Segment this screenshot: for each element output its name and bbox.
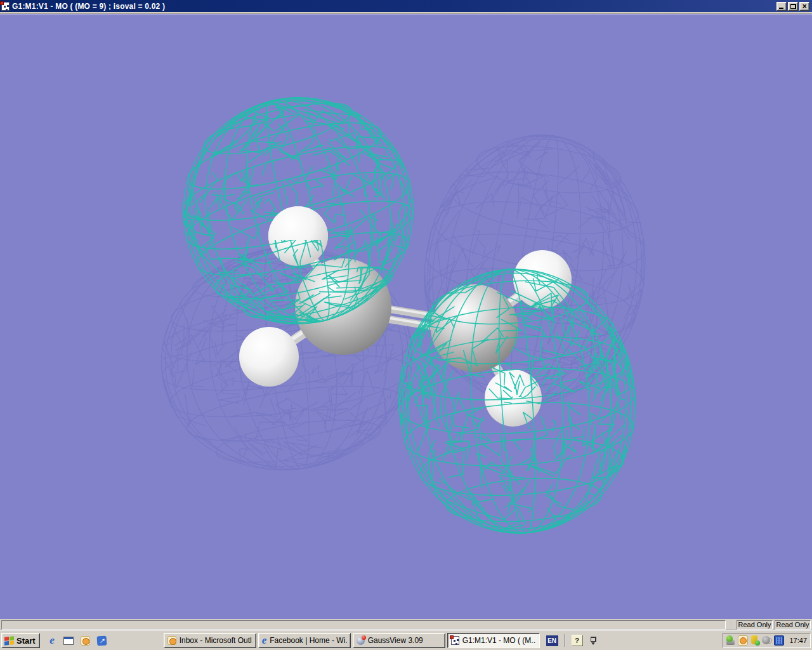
outlook-reminder-icon[interactable]: [738, 635, 748, 646]
molecule-viewport[interactable]: [0, 14, 812, 619]
read-only-indicator-1: Read Only: [737, 620, 773, 630]
taskbar-button-gaussview[interactable]: GaussView 3.09: [353, 633, 445, 648]
atom-sphere-H[interactable]: [513, 250, 572, 308]
security-shield-icon[interactable]: [750, 635, 760, 646]
start-label: Start: [16, 636, 36, 646]
show-desktop-icon: [63, 637, 74, 645]
statusbar: Read Only Read Only: [0, 619, 812, 630]
taskbar-button-mo-window-active[interactable]: G1:M1:V1 - MO ( (M...: [447, 633, 540, 648]
close-icon: ×: [802, 3, 806, 10]
task-button-label: GaussView 3.09: [368, 636, 423, 645]
window-titlebar[interactable]: G1:M1:V1 - MO ( (MO = 9) ; isoval = 0.02…: [0, 0, 812, 12]
quick-launch-media[interactable]: ↗: [96, 635, 108, 647]
chevron-down-icon: [591, 642, 595, 645]
internet-explorer-icon: e: [49, 635, 55, 646]
quick-launch-show-desktop[interactable]: [63, 635, 75, 647]
taskbar-button-outlook-inbox[interactable]: Inbox - Microsoft Outl...: [164, 633, 256, 648]
read-only-indicator-2: Read Only: [775, 620, 811, 630]
gaussview-icon: [357, 637, 365, 645]
quick-launch-outlook[interactable]: [79, 635, 91, 647]
minimize-button[interactable]: [776, 2, 787, 11]
restore-button[interactable]: [788, 2, 798, 11]
atom-sphere-H[interactable]: [239, 327, 299, 387]
internet-explorer-icon: e: [262, 635, 267, 646]
restore-icon: [790, 4, 796, 9]
language-indicator[interactable]: EN: [546, 635, 558, 646]
close-button[interactable]: ×: [799, 2, 809, 11]
media-player-icon: ↗: [96, 635, 107, 646]
status-separator: [731, 620, 732, 630]
quick-launch-bar: e ↗: [46, 635, 108, 647]
minimize-icon: [779, 8, 783, 9]
network-display-icon[interactable]: [774, 635, 784, 646]
status-message-panel: [1, 620, 726, 630]
task-button-label: Inbox - Microsoft Outl...: [180, 636, 252, 645]
language-bar: EN ?: [546, 634, 596, 647]
task-button-label: G1:M1:V1 - MO ( (M...: [462, 636, 536, 645]
mo-render-canvas[interactable]: [0, 14, 812, 619]
language-bar-separator: [564, 634, 565, 647]
language-help-button[interactable]: ?: [572, 635, 583, 646]
safely-remove-hardware-icon[interactable]: [726, 635, 736, 646]
language-options-button[interactable]: [591, 637, 596, 645]
outlook-icon: [167, 636, 176, 645]
taskbar-button-facebook-ie[interactable]: e Facebook | Home - Wi...: [258, 633, 351, 648]
taskbar: Start e ↗ Inbox - Microsoft Outl... e Fa…: [0, 630, 812, 650]
start-button[interactable]: Start: [1, 633, 40, 648]
restore-toolbar-icon: [591, 637, 596, 642]
window-title: G1:M1:V1 - MO ( (MO = 9) ; isoval = 0.02…: [12, 2, 165, 11]
volume-icon[interactable]: [762, 635, 772, 646]
outlook-icon: [81, 636, 90, 646]
gaussview-window-icon: [1, 2, 10, 11]
gaussview-doc-icon: [451, 636, 459, 645]
task-button-label: Facebook | Home - Wi...: [270, 636, 346, 645]
task-button-group: Inbox - Microsoft Outl... e Facebook | H…: [164, 633, 540, 648]
taskbar-clock[interactable]: 17:47: [789, 637, 807, 644]
system-tray: 17:47: [723, 633, 811, 648]
windows-logo-icon: [4, 636, 14, 645]
quick-launch-internet-explorer[interactable]: e: [46, 635, 58, 647]
